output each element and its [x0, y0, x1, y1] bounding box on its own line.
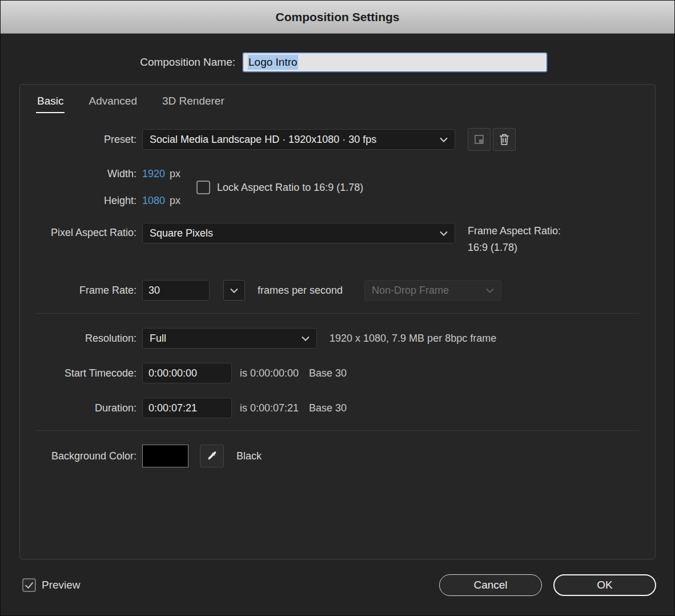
- dialog-title: Composition Settings: [276, 10, 400, 24]
- start-timecode-info: is 0:00:00:00: [240, 367, 299, 379]
- pixel-aspect-label: Pixel Aspect Ratio:: [20, 227, 136, 239]
- duration-info: is 0:00:07:21: [240, 402, 299, 414]
- frame-rate-label: Frame Rate:: [20, 285, 136, 297]
- lock-aspect-label: Lock Aspect Ratio to 16:9 (1.78): [217, 182, 363, 194]
- lock-aspect-row: Lock Aspect Ratio to 16:9 (1.78): [196, 181, 363, 194]
- drop-frame-value: Non-Drop Frame: [372, 285, 449, 297]
- trash-icon: [499, 133, 510, 146]
- width-row: Width: 1920 px: [20, 168, 180, 180]
- resolution-row: Resolution: Full 1920 x 1080, 7.9 MB per…: [20, 328, 655, 349]
- duration-input[interactable]: [142, 398, 232, 418]
- background-color-swatch[interactable]: [142, 445, 188, 467]
- dialog-titlebar: Composition Settings: [1, 1, 674, 34]
- duration-label: Duration:: [20, 402, 136, 414]
- background-color-label: Background Color:: [20, 450, 136, 462]
- eyedropper-icon: [206, 450, 218, 462]
- duration-row: Duration: is 0:00:07:21 Base 30: [20, 398, 655, 418]
- tab-basic[interactable]: Basic: [37, 95, 63, 113]
- eyedropper-button[interactable]: [200, 445, 224, 467]
- height-label: Height:: [20, 195, 136, 207]
- chevron-down-icon: [230, 288, 238, 293]
- preset-row: Preset: Social Media Landscape HD · 1920…: [20, 128, 655, 151]
- duration-base: Base 30: [309, 402, 347, 414]
- start-timecode-row: Start Timecode: is 0:00:00:00 Base 30: [20, 363, 655, 383]
- dimensions-fields: Width: 1920 px Height: 1080 px: [20, 168, 180, 207]
- background-color-row: Background Color: Black: [20, 445, 655, 467]
- background-color-name: Black: [236, 450, 262, 462]
- dimensions-block: Width: 1920 px Height: 1080 px Lock Aspe…: [20, 168, 655, 207]
- height-unit: px: [170, 195, 180, 207]
- frame-aspect-block: Frame Aspect Ratio: 16:9 (1.78): [468, 223, 561, 256]
- height-value[interactable]: 1080: [142, 195, 165, 207]
- drop-frame-dropdown: Non-Drop Frame: [364, 280, 501, 301]
- height-row: Height: 1080 px: [20, 195, 180, 207]
- divider: [36, 313, 639, 314]
- frame-rate-suffix: frames per second: [258, 285, 343, 297]
- tab-3d-renderer[interactable]: 3D Renderer: [162, 95, 224, 113]
- preset-value: Social Media Landscape HD · 1920x1080 · …: [150, 134, 376, 146]
- preset-dropdown[interactable]: Social Media Landscape HD · 1920x1080 · …: [142, 129, 455, 150]
- frame-rate-input[interactable]: [142, 280, 210, 301]
- composition-name-value: Logo Intro: [248, 55, 298, 70]
- footer-buttons: Cancel OK: [439, 574, 656, 596]
- delete-preset-button[interactable]: [493, 128, 516, 151]
- resolution-info: 1920 x 1080, 7.9 MB per 8bpc frame: [330, 333, 496, 345]
- ok-button[interactable]: OK: [553, 574, 656, 596]
- chevron-down-icon: [440, 231, 448, 236]
- frame-aspect-value: 16:9 (1.78): [468, 239, 561, 256]
- composition-name-label: Composition Name:: [1, 56, 242, 69]
- save-preset-icon: [473, 134, 485, 145]
- start-timecode-input[interactable]: [142, 363, 232, 383]
- tab-advanced[interactable]: Advanced: [89, 95, 137, 113]
- width-value[interactable]: 1920: [142, 168, 165, 180]
- start-timecode-base: Base 30: [309, 367, 347, 379]
- preview-checkbox[interactable]: [22, 578, 36, 592]
- frame-rate-row: Frame Rate: frames per second Non-Drop F…: [20, 280, 655, 301]
- composition-name-input[interactable]: Logo Intro: [242, 52, 548, 73]
- save-preset-button[interactable]: [468, 128, 491, 151]
- preview-label: Preview: [42, 579, 81, 591]
- width-unit: px: [170, 168, 180, 180]
- resolution-dropdown[interactable]: Full: [142, 328, 317, 349]
- pixel-aspect-dropdown[interactable]: Square Pixels: [142, 223, 455, 243]
- chevron-down-icon: [486, 288, 494, 293]
- resolution-label: Resolution:: [20, 333, 136, 345]
- pixel-aspect-value: Square Pixels: [150, 227, 213, 239]
- pixel-aspect-row: Pixel Aspect Ratio: Square Pixels Frame …: [20, 223, 655, 256]
- width-label: Width:: [20, 168, 136, 180]
- resolution-value: Full: [150, 333, 166, 345]
- divider: [36, 430, 639, 431]
- frame-aspect-label: Frame Aspect Ratio:: [468, 223, 561, 239]
- tab-bar: Basic Advanced 3D Renderer: [37, 95, 655, 113]
- preset-label: Preset:: [20, 134, 136, 146]
- composition-name-row: Composition Name: Logo Intro: [1, 52, 674, 73]
- frame-rate-preset-button[interactable]: [223, 280, 245, 301]
- start-timecode-label: Start Timecode:: [20, 367, 136, 379]
- lock-aspect-checkbox[interactable]: [196, 181, 210, 194]
- chevron-down-icon: [302, 336, 310, 341]
- preview-toggle: Preview: [22, 578, 81, 592]
- cancel-button[interactable]: Cancel: [439, 574, 542, 596]
- dialog-footer: Preview Cancel OK: [22, 574, 656, 596]
- chevron-down-icon: [440, 137, 448, 142]
- settings-panel: Basic Advanced 3D Renderer Preset: Socia…: [19, 84, 656, 559]
